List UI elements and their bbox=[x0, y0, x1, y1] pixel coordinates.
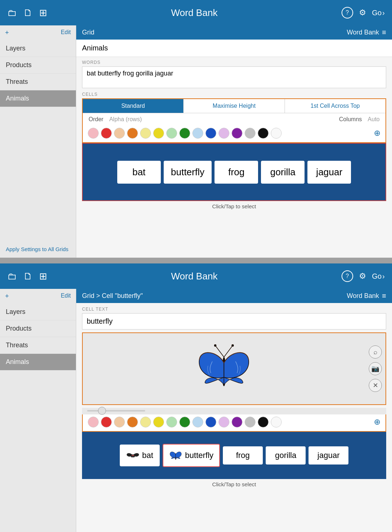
color-blue[interactable] bbox=[205, 128, 216, 139]
color-red-2[interactable] bbox=[101, 417, 112, 427]
color-green-light[interactable] bbox=[166, 128, 177, 139]
folder-icon-2[interactable]: 🗀 bbox=[7, 271, 17, 282]
color-pink-light[interactable] bbox=[88, 128, 99, 139]
folder-icon[interactable]: 🗀 bbox=[7, 7, 17, 19]
word-card-gorilla[interactable]: gorilla bbox=[261, 161, 305, 184]
columns-value[interactable]: Auto bbox=[368, 116, 380, 123]
word-card2-jaguar[interactable]: jaguar bbox=[309, 446, 348, 465]
color-gray-2[interactable] bbox=[245, 417, 256, 427]
bat-icon bbox=[126, 449, 139, 462]
color-blue-light[interactable] bbox=[192, 128, 203, 139]
sidebar-item-animals[interactable]: Animals bbox=[0, 90, 76, 107]
color-white[interactable] bbox=[271, 128, 282, 139]
settings-icon-2[interactable]: ⚙ bbox=[359, 271, 366, 281]
word-card-frog[interactable]: frog bbox=[215, 161, 258, 184]
go-button-2[interactable]: Go › bbox=[372, 272, 385, 281]
svg-point-5 bbox=[132, 454, 134, 457]
image-size-slider[interactable] bbox=[87, 410, 145, 412]
sidebar-item-threats[interactable]: Threats bbox=[0, 74, 76, 90]
header-right-1: ? ⚙ Go › bbox=[342, 7, 385, 19]
sidebar-item-products-2[interactable]: Products bbox=[0, 320, 76, 337]
breadcrumb-parent[interactable]: Grid bbox=[82, 292, 94, 299]
header-1: 🗀 🗋 ⊞ Word Bank ? ⚙ Go › bbox=[0, 0, 392, 25]
word-card2-butterfly[interactable]: butterfly bbox=[163, 444, 220, 467]
word-bank-icon-2[interactable]: ≡ bbox=[382, 292, 386, 300]
breadcrumb-current: Cell "butterfly" bbox=[102, 292, 143, 299]
order-left: Order Alpha (rows) bbox=[89, 116, 142, 123]
color-green-2[interactable] bbox=[179, 417, 190, 427]
color-purple-2[interactable] bbox=[232, 417, 242, 427]
color-orange[interactable] bbox=[127, 128, 138, 139]
words-section-label: WORDS bbox=[76, 57, 392, 66]
cell-text-input[interactable] bbox=[82, 313, 386, 330]
color-yellow-light[interactable] bbox=[140, 128, 151, 139]
content-header-bar-2: Grid > Cell "butterfly" Word Bank ≡ bbox=[76, 289, 392, 303]
color-red[interactable] bbox=[101, 128, 112, 139]
tab-1st-cell[interactable]: 1st Cell Across Top bbox=[285, 99, 385, 113]
sidebar-item-threats-2[interactable]: Threats bbox=[0, 337, 76, 354]
help-icon[interactable]: ? bbox=[342, 7, 353, 19]
order-value[interactable]: Alpha (rows) bbox=[109, 116, 142, 123]
image-search-button[interactable]: ⌕ bbox=[369, 345, 382, 359]
image-remove-button[interactable]: ✕ bbox=[369, 379, 382, 392]
apply-all-button[interactable]: Apply Settings to All Grids bbox=[6, 246, 69, 252]
columns-right: Columns Auto bbox=[339, 116, 380, 123]
sidebar-edit-button-2[interactable]: Edit bbox=[61, 292, 71, 300]
word-card-butterfly[interactable]: butterfly bbox=[164, 161, 212, 184]
color-purple-light[interactable] bbox=[219, 128, 229, 139]
settings-icon[interactable]: ⚙ bbox=[359, 8, 366, 17]
breadcrumb-separator: > bbox=[96, 292, 102, 299]
color-green-light-2[interactable] bbox=[166, 417, 177, 427]
sidebar-add-button-2[interactable]: + bbox=[5, 292, 9, 300]
color-purple-light-2[interactable] bbox=[219, 417, 229, 427]
color-green[interactable] bbox=[179, 128, 190, 139]
color-purple[interactable] bbox=[232, 128, 242, 139]
sidebar-item-layers-2[interactable]: Layers bbox=[0, 304, 76, 320]
word-card-jaguar[interactable]: jaguar bbox=[307, 161, 351, 184]
color-black[interactable] bbox=[258, 128, 269, 139]
color-peach-2[interactable] bbox=[114, 417, 125, 427]
color-yellow-light-2[interactable] bbox=[140, 417, 151, 427]
color-pink-light-2[interactable] bbox=[88, 417, 99, 427]
cells-settings-section: Standard Maximise Height 1st Cell Across… bbox=[82, 98, 386, 143]
color-orange-2[interactable] bbox=[127, 417, 138, 427]
color-white-2[interactable] bbox=[271, 417, 282, 427]
sidebar-edit-button[interactable]: Edit bbox=[61, 29, 71, 37]
color-yellow[interactable] bbox=[153, 128, 164, 139]
sidebar-item-animals-2[interactable]: Animals bbox=[0, 354, 76, 371]
svg-point-7 bbox=[133, 455, 134, 456]
tab-standard[interactable]: Standard bbox=[83, 99, 184, 113]
words-input[interactable]: bat butterfly frog gorilla jaguar bbox=[82, 66, 386, 88]
file-icon-2[interactable]: 🗋 bbox=[23, 271, 33, 282]
color-yellow-2[interactable] bbox=[153, 417, 164, 427]
help-icon-2[interactable]: ? bbox=[342, 270, 353, 282]
sidebar-add-button[interactable]: + bbox=[5, 29, 9, 37]
color-black-2[interactable] bbox=[258, 417, 269, 427]
content-header-right-1: Word Bank ≡ bbox=[347, 28, 386, 37]
more-colors-button[interactable]: ⊕ bbox=[374, 128, 380, 138]
slider-thumb[interactable] bbox=[98, 407, 106, 415]
color-blue-light-2[interactable] bbox=[192, 417, 203, 427]
word-card2-frog[interactable]: frog bbox=[223, 446, 263, 465]
grid-icon-2[interactable]: ⊞ bbox=[39, 271, 47, 282]
color-peach[interactable] bbox=[114, 128, 125, 139]
word-card-bat[interactable]: bat bbox=[117, 161, 161, 184]
color-blue-2[interactable] bbox=[205, 417, 216, 427]
image-camera-button[interactable]: 📷 bbox=[369, 362, 382, 375]
go-button[interactable]: Go › bbox=[372, 9, 385, 17]
word-bank-icon[interactable]: ≡ bbox=[382, 28, 386, 37]
word-card2-gorilla[interactable]: gorilla bbox=[266, 446, 306, 465]
sidebar-1: + Edit Layers Products Threats Animals A… bbox=[0, 25, 76, 258]
sidebar-item-layers[interactable]: Layers bbox=[0, 40, 76, 57]
sidebar-item-products[interactable]: Products bbox=[0, 57, 76, 74]
more-colors-button-2[interactable]: ⊕ bbox=[374, 417, 380, 427]
grid-icon[interactable]: ⊞ bbox=[39, 7, 47, 19]
panel-2: 🗀 🗋 ⊞ Word Bank ? ⚙ Go › + Edit Layers P… bbox=[0, 263, 392, 532]
file-icon[interactable]: 🗋 bbox=[23, 7, 33, 19]
word-card2-bat[interactable]: bat bbox=[120, 445, 160, 466]
grid-title-1: Animals bbox=[76, 40, 392, 57]
content-1: Grid Word Bank ≡ Animals WORDS bat butte… bbox=[76, 25, 392, 258]
tab-maximise-height[interactable]: Maximise Height bbox=[184, 99, 285, 113]
svg-point-6 bbox=[132, 455, 132, 456]
color-gray[interactable] bbox=[245, 128, 256, 139]
